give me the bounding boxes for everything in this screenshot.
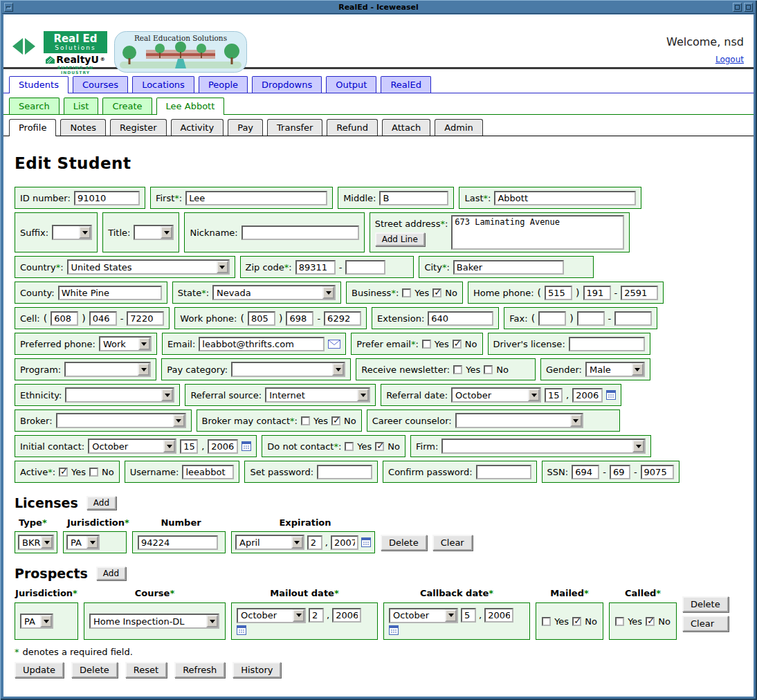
- tab-refund[interactable]: Refund: [327, 119, 378, 136]
- firm-select[interactable]: [441, 439, 646, 454]
- street-address-textarea[interactable]: 673 Laminating Avenue: [451, 215, 624, 250]
- tab-pay[interactable]: Pay: [228, 119, 263, 136]
- tab-lee-abbott[interactable]: Lee Abbott: [156, 98, 225, 115]
- tab-students[interactable]: Students: [9, 76, 69, 93]
- active-no-checkbox[interactable]: [89, 468, 98, 477]
- tab-people[interactable]: People: [199, 76, 248, 93]
- business-no-checkbox[interactable]: [432, 288, 441, 297]
- calendar-icon[interactable]: [241, 441, 251, 451]
- mailout-month-select[interactable]: October: [237, 608, 306, 623]
- nav-arrows-icon[interactable]: [12, 38, 35, 55]
- license-jurisdiction-select[interactable]: PA: [66, 535, 100, 550]
- tab-list[interactable]: List: [64, 98, 99, 114]
- mailout-year-input[interactable]: [332, 608, 361, 623]
- tab-create[interactable]: Create: [102, 98, 152, 114]
- do-not-contact-no-checkbox[interactable]: [375, 442, 384, 451]
- work-phone-line-input[interactable]: [324, 311, 361, 326]
- broker-select[interactable]: [56, 413, 186, 428]
- state-select[interactable]: Nevada: [212, 285, 336, 300]
- fax-prefix-input[interactable]: [577, 311, 605, 326]
- callback-year-input[interactable]: [484, 608, 513, 623]
- mailout-day-input[interactable]: [309, 608, 324, 623]
- pay-category-select[interactable]: [231, 362, 345, 377]
- tab-attach[interactable]: Attach: [382, 119, 430, 136]
- zip-input[interactable]: [295, 260, 336, 275]
- active-yes-checkbox[interactable]: [59, 468, 68, 477]
- fax-area-input[interactable]: [538, 311, 566, 326]
- tab-courses[interactable]: Courses: [73, 76, 128, 93]
- ethnicity-select[interactable]: [65, 387, 174, 403]
- tab-admin[interactable]: Admin: [435, 119, 482, 136]
- cell-area-input[interactable]: [51, 311, 78, 326]
- username-input[interactable]: [182, 465, 234, 479]
- window-minimize-button[interactable]: [733, 3, 742, 12]
- drivers-license-input[interactable]: [569, 337, 645, 351]
- tab-activity[interactable]: Activity: [171, 119, 224, 136]
- home-phone-prefix-input[interactable]: [583, 286, 611, 300]
- callback-month-select[interactable]: October: [389, 608, 458, 623]
- extension-input[interactable]: [428, 311, 493, 326]
- tab-output[interactable]: Output: [326, 76, 376, 93]
- mailed-no-checkbox[interactable]: [572, 617, 581, 626]
- email-envelope-icon[interactable]: [328, 340, 340, 349]
- license-delete-button[interactable]: Delete: [381, 535, 427, 551]
- referral-year-input[interactable]: [572, 388, 603, 403]
- prefer-email-no-checkbox[interactable]: [453, 340, 462, 349]
- callback-day-input[interactable]: [461, 608, 476, 623]
- last-name-input[interactable]: [494, 191, 636, 205]
- license-type-select[interactable]: BKR: [18, 535, 54, 550]
- fax-line-input[interactable]: [614, 311, 652, 326]
- country-select[interactable]: United States: [67, 259, 230, 275]
- home-phone-area-input[interactable]: [545, 286, 572, 300]
- arrow-left-icon[interactable]: [12, 38, 23, 55]
- gender-select[interactable]: Male: [585, 362, 645, 377]
- update-button[interactable]: Update: [15, 662, 64, 678]
- newsletter-no-checkbox[interactable]: [484, 365, 493, 374]
- referral-month-select[interactable]: October: [451, 387, 541, 403]
- ssn-part3-input[interactable]: [641, 465, 674, 479]
- initial-contact-month-select[interactable]: October: [88, 439, 176, 454]
- prospect-clear-button[interactable]: Clear: [682, 616, 729, 632]
- tab-profile[interactable]: Profile: [9, 119, 56, 136]
- do-not-contact-yes-checkbox[interactable]: [345, 442, 354, 451]
- add-line-button[interactable]: Add Line: [375, 232, 425, 246]
- calendar-icon[interactable]: [389, 625, 399, 635]
- tab-transfer[interactable]: Transfer: [267, 119, 322, 136]
- ssn-part2-input[interactable]: [610, 465, 630, 479]
- delete-button[interactable]: Delete: [71, 662, 118, 678]
- tab-dropdowns[interactable]: Dropdowns: [252, 76, 322, 93]
- tab-register[interactable]: Register: [110, 119, 167, 136]
- license-exp-day-input[interactable]: [307, 535, 322, 550]
- ssn-part1-input[interactable]: [572, 465, 599, 479]
- middle-name-input[interactable]: [379, 191, 448, 205]
- tab-search[interactable]: Search: [9, 98, 60, 114]
- reset-button[interactable]: Reset: [125, 662, 167, 678]
- program-select[interactable]: [64, 362, 151, 377]
- cell-prefix-input[interactable]: [89, 311, 117, 326]
- cell-line-input[interactable]: [127, 311, 164, 326]
- home-phone-line-input[interactable]: [621, 286, 658, 300]
- referral-day-input[interactable]: [545, 388, 563, 403]
- prospects-add-button[interactable]: Add: [96, 567, 126, 580]
- calendar-icon[interactable]: [237, 625, 246, 635]
- suffix-select[interactable]: [52, 225, 92, 240]
- history-button[interactable]: History: [232, 662, 281, 678]
- referral-source-select[interactable]: Internet: [265, 387, 370, 403]
- tab-realed[interactable]: RealEd: [381, 76, 431, 93]
- newsletter-yes-checkbox[interactable]: [453, 365, 462, 374]
- broker-contact-no-checkbox[interactable]: [331, 416, 340, 425]
- called-no-checkbox[interactable]: [646, 617, 655, 626]
- license-clear-button[interactable]: Clear: [432, 535, 473, 551]
- county-input[interactable]: [58, 286, 162, 300]
- license-exp-month-select[interactable]: April: [235, 535, 304, 550]
- id-number-input[interactable]: [74, 191, 140, 205]
- career-counselor-select[interactable]: [455, 413, 583, 428]
- title-select[interactable]: [134, 225, 174, 240]
- tab-locations[interactable]: Locations: [132, 76, 194, 93]
- license-exp-year-input[interactable]: [331, 535, 358, 550]
- prospect-jurisdiction-select[interactable]: PA: [20, 614, 53, 629]
- tab-notes[interactable]: Notes: [60, 119, 106, 136]
- window-maximize-button[interactable]: [744, 3, 753, 12]
- initial-contact-year-input[interactable]: [208, 439, 238, 454]
- license-number-input[interactable]: [138, 535, 218, 550]
